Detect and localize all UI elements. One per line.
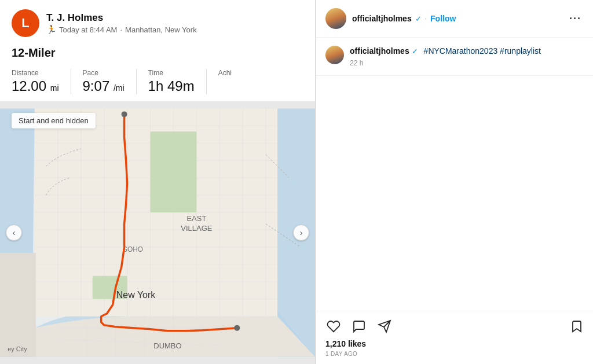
svg-text:New York: New York xyxy=(116,290,155,300)
distance-label: Distance xyxy=(12,69,59,77)
user-info: T. J. Holmes 🏃 Today at 8:44 AM · Manhat… xyxy=(46,12,197,34)
heart-icon xyxy=(327,319,341,333)
svg-point-39 xyxy=(122,111,127,117)
time-label: Time xyxy=(148,69,195,77)
username: T. J. Holmes xyxy=(46,12,197,24)
ig-post-caption: #NYCMarathon2023 #runplaylist xyxy=(424,46,541,56)
like-button[interactable] xyxy=(325,318,342,334)
ig-post-content: officialtjholmes ✓ #NYCMarathon2023 #run… xyxy=(316,38,593,76)
svg-text:SOHO: SOHO xyxy=(123,245,143,253)
ig-post-verified-icon: ✓ xyxy=(412,47,418,56)
instagram-panel: officialtjholmes ✓ · Follow ··· official… xyxy=(316,0,593,364)
ig-header-avatar xyxy=(325,8,346,29)
ig-likes: 1,210 likes xyxy=(316,339,593,351)
ig-timestamp: 1 DAY AGO xyxy=(316,351,593,364)
activity-title: 12-Miler xyxy=(0,44,315,64)
stat-time: Time 1h 49m xyxy=(148,69,207,94)
comment-icon xyxy=(352,319,366,333)
svg-rect-23 xyxy=(151,131,197,212)
distance-value: 12.00 mi xyxy=(12,78,59,94)
stat-achievement: Achi xyxy=(218,69,232,77)
follow-button[interactable]: Follow xyxy=(430,14,456,23)
ig-spacer xyxy=(316,76,593,311)
svg-text:VILLAGE: VILLAGE xyxy=(181,224,212,233)
ig-header-info: officialtjholmes ✓ · Follow xyxy=(352,14,567,23)
stat-distance: Distance 12.00 mi xyxy=(12,69,71,94)
ig-post-avatar xyxy=(325,46,344,64)
stat-pace: Pace 9:07 /mi xyxy=(83,69,137,94)
avatar: L xyxy=(12,9,39,37)
ig-actions-bar xyxy=(316,311,593,339)
time-value: 1h 49m xyxy=(148,78,195,94)
share-icon xyxy=(378,319,391,333)
run-icon: 🏃 xyxy=(46,25,56,34)
meta-time: Today at 8:44 AM xyxy=(59,25,117,34)
svg-text:EAST: EAST xyxy=(186,214,206,223)
bookmark-button[interactable] xyxy=(570,319,584,333)
ig-post-text: officialtjholmes ✓ #NYCMarathon2023 #run… xyxy=(350,46,584,67)
map-next-button[interactable]: › xyxy=(293,225,309,241)
ig-dot: · xyxy=(425,14,427,23)
pace-label: Pace xyxy=(83,69,125,77)
bookmark-icon xyxy=(570,319,584,333)
map-prev-button[interactable]: ‹ xyxy=(6,225,22,241)
comment-button[interactable] xyxy=(351,318,367,334)
pace-value: 9:07 /mi xyxy=(83,78,125,94)
svg-text:ey City: ey City xyxy=(8,345,27,352)
ig-post-header: officialtjholmes ✓ · Follow ··· xyxy=(316,0,593,38)
map-svg: EAST VILLAGE SOHO New York ey City DUMBO xyxy=(0,101,315,364)
activity-header: L T. J. Holmes 🏃 Today at 8:44 AM · Manh… xyxy=(0,0,315,44)
stats-row: Distance 12.00 mi Pace 9:07 /mi Time 1h … xyxy=(0,64,315,101)
share-button[interactable] xyxy=(376,318,393,334)
map-badge: Start and end hidden xyxy=(12,113,96,128)
activity-meta: 🏃 Today at 8:44 AM · Manhattan, New York xyxy=(46,25,197,34)
meta-separator: · xyxy=(120,25,122,34)
svg-text:DUMBO: DUMBO xyxy=(153,341,181,350)
achievement-label: Achi xyxy=(218,69,232,77)
ig-post-username[interactable]: officialtjholmes xyxy=(350,46,409,56)
activity-panel: L T. J. Holmes 🏃 Today at 8:44 AM · Manh… xyxy=(0,0,316,364)
meta-location: Manhattan, New York xyxy=(125,25,197,34)
svg-rect-41 xyxy=(0,282,36,328)
svg-point-40 xyxy=(234,325,240,331)
ig-post-time: 22 h xyxy=(350,59,584,67)
more-options-button[interactable]: ··· xyxy=(567,13,584,25)
ig-header-username[interactable]: officialtjholmes xyxy=(352,14,412,23)
verified-icon: ✓ xyxy=(415,14,422,23)
map-area: EAST VILLAGE SOHO New York ey City DUMBO… xyxy=(0,101,315,364)
